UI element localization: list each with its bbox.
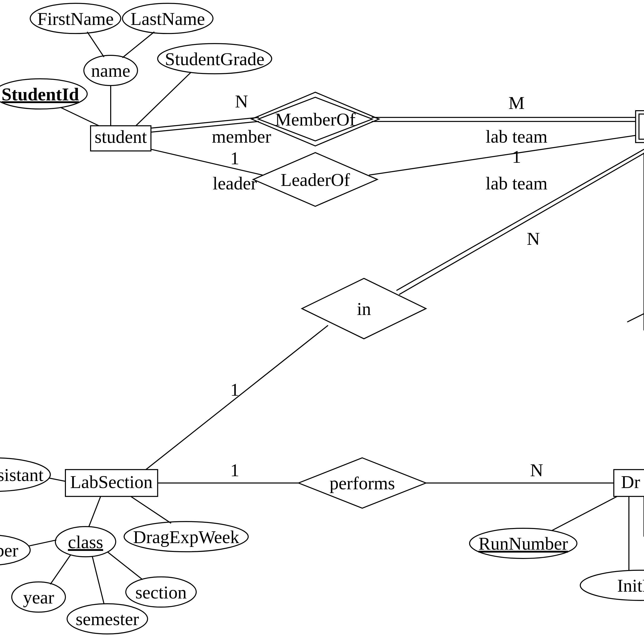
edge-firstname-name bbox=[87, 32, 104, 57]
edge-class-labsection bbox=[89, 496, 101, 527]
edge-dragexpweek-labsection bbox=[131, 496, 171, 523]
attribute-lastname-label: LastName bbox=[131, 9, 205, 29]
role-labteam-2: lab team bbox=[486, 173, 547, 193]
attribute-year-label: year bbox=[23, 587, 54, 608]
entity-labsection: LabSection bbox=[65, 470, 158, 497]
entity-dragexp-label: Dr bbox=[621, 472, 640, 492]
cardinality-performs-section: 1 bbox=[230, 460, 239, 480]
edge-number-class bbox=[28, 540, 56, 546]
edge-in-labteam-a bbox=[396, 149, 644, 290]
attribute-number: ber bbox=[0, 535, 30, 565]
attribute-runnumber: RunNumber bbox=[470, 528, 577, 558]
attribute-lastname: LastName bbox=[123, 3, 213, 33]
entity-student: student bbox=[91, 126, 151, 151]
attribute-assistant: ssistant bbox=[0, 458, 50, 491]
relationship-performs: performs bbox=[299, 458, 426, 508]
attribute-class: class bbox=[55, 527, 116, 557]
edge-year-class bbox=[50, 555, 70, 584]
entity-labteam-partial bbox=[636, 111, 644, 143]
relationship-leaderof: LeaderOf bbox=[253, 153, 377, 206]
er-diagram: FirstName LastName name StudentGrade Stu… bbox=[0, 0, 644, 644]
cardinality-in-section: 1 bbox=[230, 380, 239, 400]
attribute-dragexpweek-label: DragExpWeek bbox=[133, 527, 239, 547]
relationship-leaderof-label: LeaderOf bbox=[280, 170, 350, 190]
relationship-performs-label: performs bbox=[330, 473, 395, 493]
relationship-memberof-label: MemberOf bbox=[275, 109, 355, 130]
entity-labsection-label: LabSection bbox=[70, 472, 153, 492]
attribute-assistant-label: ssistant bbox=[0, 465, 44, 485]
attribute-studentgrade: StudentGrade bbox=[158, 44, 272, 74]
role-leader: leader bbox=[213, 173, 257, 193]
attribute-section-label: section bbox=[135, 582, 187, 602]
attribute-number-label: ber bbox=[0, 540, 18, 560]
role-member: member bbox=[212, 127, 271, 147]
cardinality-leaderof-team: 1 bbox=[512, 147, 521, 167]
attribute-initposition: InitPositi bbox=[580, 570, 644, 600]
attribute-semester-label: semester bbox=[76, 609, 139, 629]
attribute-firstname-label: FirstName bbox=[37, 9, 114, 29]
cardinality-leaderof-student: 1 bbox=[230, 148, 239, 168]
cardinality-memberof-student: N bbox=[235, 91, 248, 111]
cardinality-memberof-team: M bbox=[508, 93, 525, 113]
edge-lastname-name bbox=[123, 32, 154, 58]
attribute-firstname: FirstName bbox=[30, 3, 121, 33]
attribute-semester: semester bbox=[67, 604, 148, 634]
entity-dragexp-partial: Dr bbox=[614, 470, 644, 497]
edge-section-class bbox=[107, 552, 143, 580]
attribute-runnumber-label: RunNumber bbox=[478, 534, 568, 554]
attribute-studentid: StudentId bbox=[0, 79, 87, 109]
cardinality-in-team: N bbox=[527, 229, 540, 249]
cardinality-performs-exp: N bbox=[530, 460, 543, 480]
edge-studentid-student bbox=[60, 107, 99, 126]
attribute-section: section bbox=[126, 577, 196, 607]
svg-rect-10 bbox=[639, 114, 644, 139]
role-labteam-1: lab team bbox=[486, 127, 547, 147]
edge-studentgrade-student bbox=[136, 72, 191, 126]
attribute-name-label: name bbox=[91, 61, 130, 81]
edge-runnumber-dr bbox=[552, 496, 617, 531]
relationship-in: in bbox=[302, 278, 426, 339]
edge-assistant-labsection bbox=[49, 478, 65, 481]
edge-student-leaderof bbox=[151, 149, 263, 175]
attribute-year: year bbox=[12, 582, 65, 612]
attribute-studentid-label: StudentId bbox=[2, 84, 79, 104]
attribute-studentgrade-label: StudentGrade bbox=[165, 49, 264, 69]
diamond-right-partial bbox=[627, 314, 644, 331]
attribute-name: name bbox=[84, 55, 137, 86]
relationship-in-label: in bbox=[357, 299, 371, 319]
entity-student-label: student bbox=[95, 127, 147, 147]
attribute-dragexpweek: DragExpWeek bbox=[124, 521, 248, 552]
attribute-class-label: class bbox=[68, 532, 103, 552]
attribute-initposition-label: InitPositi bbox=[617, 576, 644, 596]
edge-semester-class bbox=[92, 556, 104, 604]
